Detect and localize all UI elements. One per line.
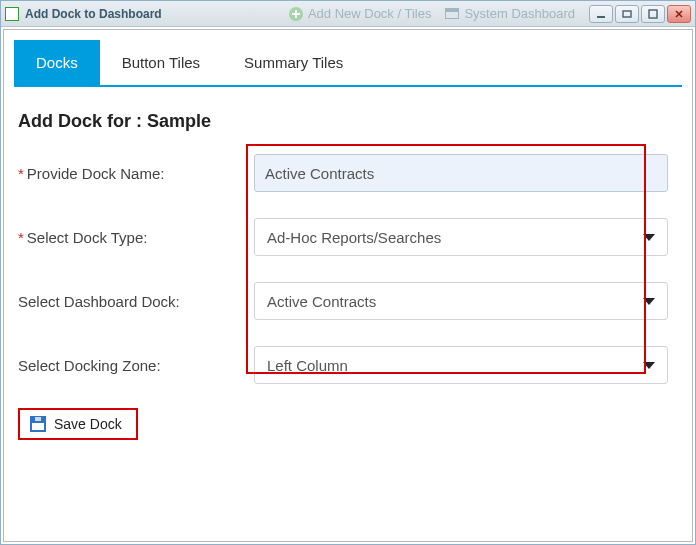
- label-dock-name: *Provide Dock Name:: [14, 165, 244, 182]
- docking-zone-select[interactable]: Left Column: [254, 346, 668, 384]
- chevron-down-icon: [643, 298, 655, 305]
- label-docking-zone: Select Docking Zone:: [14, 357, 244, 374]
- svg-rect-1: [623, 11, 631, 17]
- content: Docks Button Tiles Summary Tiles Add Doc…: [3, 29, 693, 542]
- maximize-button[interactable]: [641, 5, 665, 23]
- restore-button[interactable]: [615, 5, 639, 23]
- dock-type-value: Ad-Hoc Reports/Searches: [267, 229, 441, 246]
- system-dashboard-label: System Dashboard: [464, 6, 575, 21]
- close-button[interactable]: [667, 5, 691, 23]
- chevron-down-icon: [643, 362, 655, 369]
- docking-zone-value: Left Column: [267, 357, 348, 374]
- tab-summary-tiles[interactable]: Summary Tiles: [222, 40, 365, 85]
- window-controls: [589, 5, 691, 23]
- save-icon: [30, 416, 46, 432]
- form: *Provide Dock Name: *Select Dock Type: A…: [14, 154, 682, 384]
- dashboard-dock-value: Active Contracts: [267, 293, 376, 310]
- svg-rect-0: [597, 16, 605, 18]
- minimize-button[interactable]: [589, 5, 613, 23]
- add-new-dock-label: Add New Dock / Tiles: [308, 6, 432, 21]
- system-dashboard-link[interactable]: System Dashboard: [445, 6, 575, 21]
- tabs: Docks Button Tiles Summary Tiles: [14, 40, 682, 87]
- dashboard-dock-select[interactable]: Active Contracts: [254, 282, 668, 320]
- highlight-box-save: Save Dock: [18, 408, 138, 440]
- form-heading: Add Dock for : Sample: [18, 111, 682, 132]
- dialog-window: Add Dock to Dashboard Add New Dock / Til…: [0, 0, 696, 545]
- dock-name-input[interactable]: [254, 154, 668, 192]
- add-new-dock-link[interactable]: Add New Dock / Tiles: [289, 6, 432, 21]
- dashboard-icon: [445, 8, 459, 19]
- save-dock-button[interactable]: Save Dock: [24, 412, 128, 436]
- save-dock-label: Save Dock: [54, 416, 122, 432]
- window-title: Add Dock to Dashboard: [25, 7, 162, 21]
- app-icon: [5, 7, 19, 21]
- required-marker: *: [18, 165, 24, 182]
- header-links: Add New Dock / Tiles System Dashboard: [289, 6, 581, 21]
- svg-rect-2: [649, 10, 657, 18]
- chevron-down-icon: [643, 234, 655, 241]
- plus-icon: [289, 7, 303, 21]
- label-dock-type: *Select Dock Type:: [14, 229, 244, 246]
- label-dashboard-dock: Select Dashboard Dock:: [14, 293, 244, 310]
- tab-button-tiles[interactable]: Button Tiles: [100, 40, 222, 85]
- required-marker: *: [18, 229, 24, 246]
- tab-docks[interactable]: Docks: [14, 40, 100, 85]
- dock-type-select[interactable]: Ad-Hoc Reports/Searches: [254, 218, 668, 256]
- titlebar: Add Dock to Dashboard Add New Dock / Til…: [1, 1, 695, 27]
